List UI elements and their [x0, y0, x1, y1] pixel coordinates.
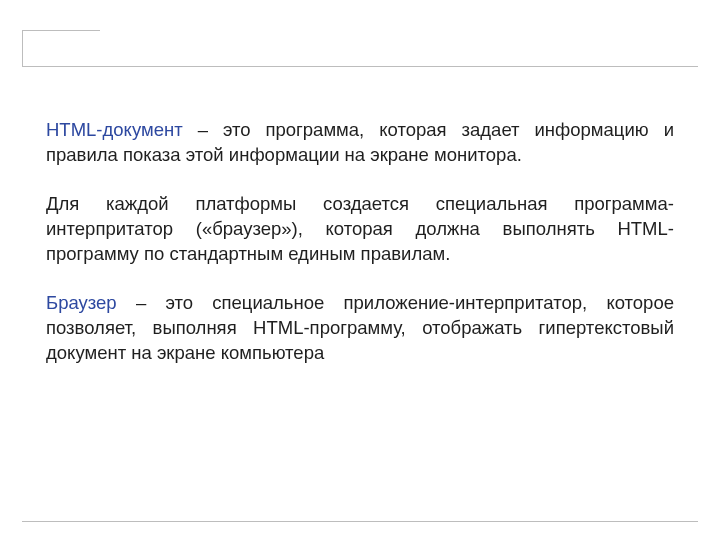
corner-decoration: [22, 30, 100, 66]
top-divider: [22, 66, 698, 67]
bottom-divider: [22, 521, 698, 522]
paragraph-3-rest: – это специальное приложение-интерпритат…: [46, 292, 674, 363]
paragraph-3: Браузер – это специальное приложение-инт…: [46, 291, 674, 366]
slide-content: HTML-документ – это программа, которая з…: [46, 118, 674, 390]
slide-frame: HTML-документ – это программа, которая з…: [22, 30, 698, 522]
term-browser: Браузер: [46, 292, 117, 313]
term-html-document: HTML-документ: [46, 119, 183, 140]
paragraph-2: Для каждой платформы создается специальн…: [46, 192, 674, 267]
paragraph-1: HTML-документ – это программа, которая з…: [46, 118, 674, 168]
